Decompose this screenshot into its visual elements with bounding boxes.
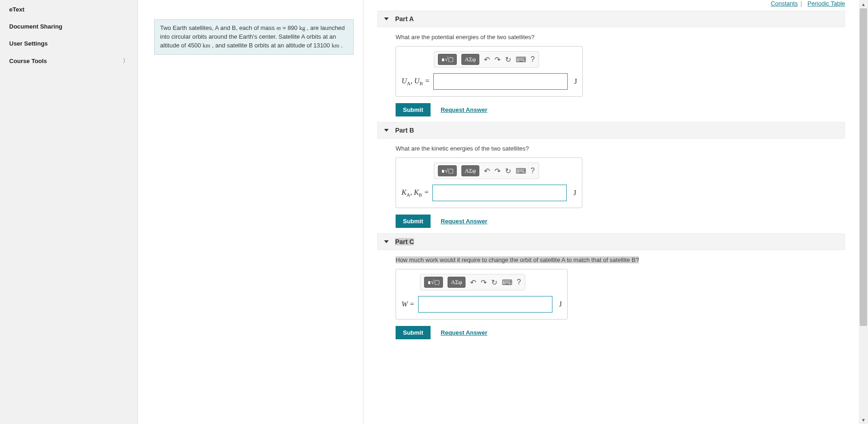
main: Two Earth satellites, A and B, each of m…: [138, 0, 868, 424]
answer-box: ∎√▢ ΑΣφ ↶ ↷ ↻ ⌨ ? W =: [396, 269, 568, 319]
part-b-header[interactable]: Part B: [377, 122, 845, 139]
text: , and satellite B orbits at an altitude …: [210, 42, 332, 49]
sidebar: eText Document Sharing User Settings Cou…: [0, 0, 138, 424]
sidebar-item-course-tools[interactable]: Course Tools〉: [0, 52, 138, 70]
scroll-thumb[interactable]: [860, 8, 867, 326]
highlight-text: How much work would it require to change…: [396, 256, 639, 263]
reset-icon[interactable]: ↻: [491, 278, 497, 287]
var-m: m: [276, 24, 281, 31]
root-template-button[interactable]: ∎√▢: [438, 54, 457, 65]
part-title: Part A: [395, 15, 414, 23]
keyboard-icon[interactable]: ⌨: [516, 167, 526, 175]
sidebar-item-label: Course Tools: [9, 58, 47, 64]
part-title: Part B: [395, 127, 414, 134]
sidebar-item-document-sharing[interactable]: Document Sharing: [0, 18, 138, 35]
part-a-header[interactable]: Part A: [377, 11, 845, 27]
problem-column: Two Earth satellites, A and B, each of m…: [138, 0, 363, 424]
redo-icon[interactable]: ↷: [494, 167, 500, 175]
answer-box: ∎√▢ ΑΣφ ↶ ↷ ↻ ⌨ ? UA,: [396, 46, 583, 97]
equation-toolbar: ∎√▢ ΑΣφ ↶ ↷ ↻ ⌨ ?: [420, 274, 525, 290]
answer-unit: J: [559, 300, 562, 308]
keyboard-icon[interactable]: ⌨: [516, 55, 526, 64]
greek-button[interactable]: ΑΣφ: [461, 54, 479, 65]
reference-links: Constants|Periodic Table: [377, 0, 845, 11]
sidebar-item-label: Document Sharing: [9, 23, 63, 30]
text: .: [339, 42, 343, 49]
submit-button[interactable]: Submit: [396, 326, 431, 339]
part-c-header[interactable]: Part C: [377, 233, 845, 250]
part-a-question: What are the potential energies of the t…: [396, 34, 845, 41]
part-b-question: What are the kinetic energies of the two…: [396, 145, 845, 152]
redo-icon[interactable]: ↷: [494, 55, 500, 64]
text: Two Earth satellites, A and B, each of m…: [160, 24, 276, 31]
help-icon[interactable]: ?: [531, 55, 535, 64]
sidebar-item-label: eText: [9, 6, 24, 13]
sidebar-item-etext[interactable]: eText: [0, 1, 138, 18]
keyboard-icon[interactable]: ⌨: [502, 278, 512, 287]
request-answer-link[interactable]: Request Answer: [441, 329, 487, 336]
request-answer-link[interactable]: Request Answer: [441, 106, 487, 113]
scroll-area[interactable]: Two Earth satellites, A and B, each of m…: [138, 0, 859, 424]
part-c-question: How much work would it require to change…: [396, 256, 845, 263]
part-c: Part C How much work would it require to…: [377, 233, 845, 339]
scroll-track[interactable]: [859, 8, 868, 416]
undo-icon[interactable]: ↶: [484, 167, 490, 175]
undo-icon[interactable]: ↶: [484, 55, 490, 64]
app-root: eText Document Sharing User Settings Cou…: [0, 0, 868, 424]
help-icon[interactable]: ?: [517, 278, 521, 286]
reset-icon[interactable]: ↻: [505, 55, 511, 64]
caret-down-icon: [384, 17, 389, 20]
greek-button[interactable]: ΑΣφ: [448, 277, 465, 288]
sidebar-item-label: User Settings: [9, 40, 48, 47]
chevron-right-icon: 〉: [123, 57, 128, 65]
answer-input-c[interactable]: [418, 296, 552, 313]
root-template-button[interactable]: ∎√▢: [438, 165, 457, 176]
content: Two Earth satellites, A and B, each of m…: [138, 0, 859, 424]
part-a: Part A What are the potential energies o…: [377, 11, 845, 116]
root-template-button[interactable]: ∎√▢: [424, 277, 443, 288]
equation-toolbar: ∎√▢ ΑΣφ ↶ ↷ ↻ ⌨ ?: [434, 51, 539, 68]
caret-down-icon: [384, 129, 389, 132]
problem-statement: Two Earth satellites, A and B, each of m…: [154, 19, 354, 55]
unit-kg: kg: [299, 24, 305, 31]
scroll-down-icon[interactable]: ▼: [859, 416, 868, 424]
constants-link[interactable]: Constants: [771, 0, 798, 7]
redo-icon[interactable]: ↷: [481, 278, 487, 287]
undo-icon[interactable]: ↶: [470, 278, 476, 287]
reset-icon[interactable]: ↻: [505, 167, 511, 175]
unit-km: km: [332, 42, 339, 49]
answer-unit: J: [573, 189, 576, 197]
equation-toolbar: ∎√▢ ΑΣφ ↶ ↷ ↻ ⌨ ?: [434, 163, 539, 179]
answer-label: W =: [402, 300, 414, 308]
caret-down-icon: [384, 240, 389, 243]
submit-button[interactable]: Submit: [396, 215, 431, 228]
help-icon[interactable]: ?: [531, 167, 535, 175]
part-title: Part C: [395, 238, 414, 245]
greek-button[interactable]: ΑΣφ: [461, 165, 479, 176]
answer-box: ∎√▢ ΑΣφ ↶ ↷ ↻ ⌨ ? KA,: [396, 157, 582, 208]
part-b: Part B What are the kinetic energies of …: [377, 122, 845, 228]
answer-column: Constants|Periodic Table Part A What are…: [363, 0, 859, 424]
answer-label: UA, UB =: [402, 77, 430, 86]
scroll-up-icon[interactable]: ▲: [859, 0, 868, 8]
periodic-table-link[interactable]: Periodic Table: [808, 0, 845, 7]
answer-input-b[interactable]: [432, 185, 567, 201]
page-scrollbar[interactable]: ▲ ▼: [859, 0, 868, 424]
request-answer-link[interactable]: Request Answer: [441, 218, 487, 225]
unit-km: km: [203, 42, 211, 49]
answer-unit: J: [574, 77, 577, 86]
submit-button[interactable]: Submit: [396, 103, 431, 116]
sidebar-item-user-settings[interactable]: User Settings: [0, 35, 138, 52]
answer-input-a[interactable]: [433, 73, 568, 90]
text: = 890: [281, 24, 299, 31]
answer-label: KA, KB =: [402, 188, 429, 197]
